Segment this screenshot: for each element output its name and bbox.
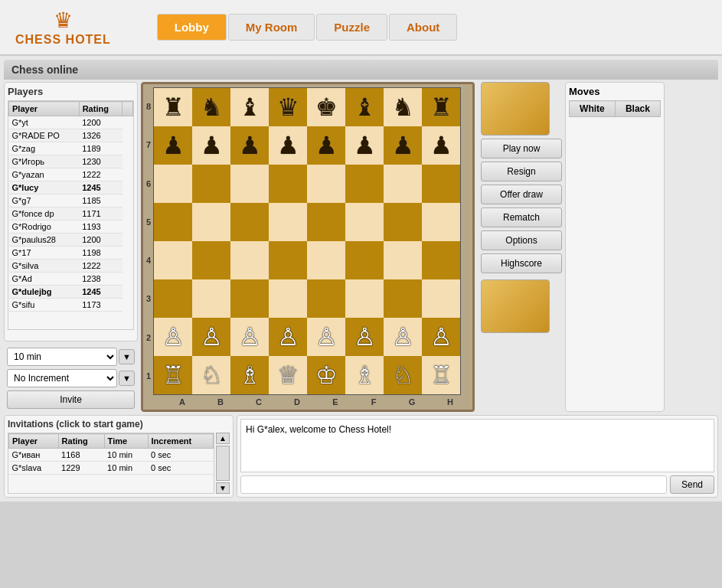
cell-g7[interactable]: ♟ (384, 126, 422, 165)
cell-a7[interactable]: ♟ (154, 126, 192, 165)
player-row[interactable]: G*Игорь1230 (9, 155, 133, 168)
cell-a2[interactable]: ♙ (154, 318, 192, 356)
cell-f3[interactable] (345, 279, 384, 318)
player-row[interactable]: G*paulus281200 (9, 234, 133, 247)
cell-h3[interactable] (422, 279, 460, 318)
player-row[interactable]: G*Rodrigo1193 (9, 220, 133, 234)
increment-select[interactable]: No Increment 1 sec 2 sec 5 sec (7, 369, 117, 387)
player-row[interactable]: G*dulejbg1245 (9, 286, 133, 299)
cell-g5[interactable] (384, 203, 422, 241)
options-button[interactable]: Options (481, 230, 562, 250)
cell-g8[interactable]: ♞ (384, 88, 422, 126)
inv-scroll-bar[interactable] (216, 446, 230, 481)
cell-c4[interactable] (230, 241, 269, 279)
cell-b7[interactable]: ♟ (192, 126, 230, 165)
cell-c1[interactable]: ♗ (230, 356, 269, 394)
rematch-button[interactable]: Rematch (481, 207, 562, 227)
cell-c5[interactable] (230, 203, 269, 241)
cell-h6[interactable] (422, 165, 460, 203)
cell-e8[interactable]: ♚ (307, 88, 345, 126)
cell-a1[interactable]: ♖ (154, 356, 192, 394)
cell-f6[interactable] (345, 165, 384, 203)
cell-f5[interactable] (345, 203, 384, 241)
chat-input[interactable] (240, 475, 667, 494)
cell-e5[interactable] (307, 203, 345, 241)
player-row[interactable]: G*Ad1238 (9, 273, 133, 286)
cell-d2[interactable]: ♙ (269, 318, 307, 356)
cell-c3[interactable] (230, 279, 269, 318)
cell-a3[interactable] (154, 279, 192, 318)
cell-c6[interactable] (230, 165, 269, 203)
invitation-row[interactable]: G*иван116810 min0 sec (9, 449, 214, 462)
cell-e7[interactable]: ♟ (307, 126, 345, 165)
cell-g6[interactable] (384, 165, 422, 203)
cell-d4[interactable] (269, 241, 307, 279)
inv-scroll-up[interactable]: ▲ (216, 433, 230, 444)
cell-h1[interactable]: ♖ (422, 356, 460, 394)
cell-g2[interactable]: ♙ (384, 318, 422, 356)
nav-about[interactable]: About (389, 14, 457, 41)
cell-h4[interactable] (422, 241, 460, 279)
cell-f8[interactable]: ♝ (345, 88, 384, 126)
player-row[interactable]: G*171198 (9, 247, 133, 260)
invite-button[interactable]: Invite (7, 390, 135, 409)
cell-d1[interactable]: ♕ (269, 356, 307, 394)
cell-a8[interactable]: ♜ (154, 88, 192, 126)
player-row[interactable]: G*g71185 (9, 194, 133, 207)
nav-myroom[interactable]: My Room (228, 14, 315, 41)
cell-f2[interactable]: ♙ (345, 318, 384, 356)
cell-h7[interactable]: ♟ (422, 126, 460, 165)
cell-g4[interactable] (384, 241, 422, 279)
player-row[interactable]: G*silva1222 (9, 260, 133, 273)
cell-b3[interactable] (192, 279, 230, 318)
cell-d7[interactable]: ♟ (269, 126, 307, 165)
cell-e3[interactable] (307, 279, 345, 318)
cell-b2[interactable]: ♙ (192, 318, 230, 356)
increment-dropdown-btn[interactable]: ▼ (119, 371, 135, 386)
cell-f1[interactable]: ♗ (345, 356, 384, 394)
cell-d6[interactable] (269, 165, 307, 203)
cell-d3[interactable] (269, 279, 307, 318)
nav-lobby[interactable]: Lobby (157, 14, 227, 41)
cell-a6[interactable] (154, 165, 192, 203)
cell-a4[interactable] (154, 241, 192, 279)
player-row[interactable]: G*yazan1222 (9, 168, 133, 181)
time-dropdown-btn[interactable]: ▼ (119, 349, 135, 364)
resign-button[interactable]: Resign (481, 162, 562, 181)
inv-scroll-down[interactable]: ▼ (216, 482, 230, 494)
nav-puzzle[interactable]: Puzzle (316, 14, 387, 41)
cell-c7[interactable]: ♟ (230, 126, 269, 165)
cell-e2[interactable]: ♙ (307, 318, 345, 356)
cell-b5[interactable] (192, 203, 230, 241)
cell-h2[interactable]: ♙ (422, 318, 460, 356)
play-now-button[interactable]: Play now (481, 139, 562, 158)
cell-h5[interactable] (422, 203, 460, 241)
cell-e6[interactable] (307, 165, 345, 203)
cell-a5[interactable] (154, 203, 192, 241)
cell-b1[interactable]: ♘ (192, 356, 230, 394)
highscore-button[interactable]: Highscore (481, 253, 562, 273)
cell-f4[interactable] (345, 241, 384, 279)
cell-f7[interactable]: ♟ (345, 126, 384, 165)
time-select[interactable]: 10 min 5 min 15 min 30 min (7, 348, 117, 366)
invitation-row[interactable]: G*slava122910 min0 sec (9, 462, 214, 475)
send-button[interactable]: Send (670, 475, 714, 494)
player-row[interactable]: G*RADE PO1326 (9, 129, 133, 142)
player-row[interactable]: G*fonce dp1171 (9, 207, 133, 220)
cell-e1[interactable]: ♔ (307, 356, 345, 394)
cell-d8[interactable]: ♛ (269, 88, 307, 126)
cell-h8[interactable]: ♜ (422, 88, 460, 126)
cell-b6[interactable] (192, 165, 230, 203)
player-row[interactable]: G*yt1200 (9, 116, 133, 129)
player-row[interactable]: G*lucy1245 (9, 181, 133, 194)
cell-g3[interactable] (384, 279, 422, 318)
offer-draw-button[interactable]: Offer draw (481, 185, 562, 204)
cell-b8[interactable]: ♞ (192, 88, 230, 126)
player-row[interactable]: G*sifu1173 (9, 299, 133, 312)
cell-c2[interactable]: ♙ (230, 318, 269, 356)
cell-e4[interactable] (307, 241, 345, 279)
player-row[interactable]: G*zag1189 (9, 142, 133, 155)
cell-b4[interactable] (192, 241, 230, 279)
cell-d5[interactable] (269, 203, 307, 241)
cell-g1[interactable]: ♘ (384, 356, 422, 394)
